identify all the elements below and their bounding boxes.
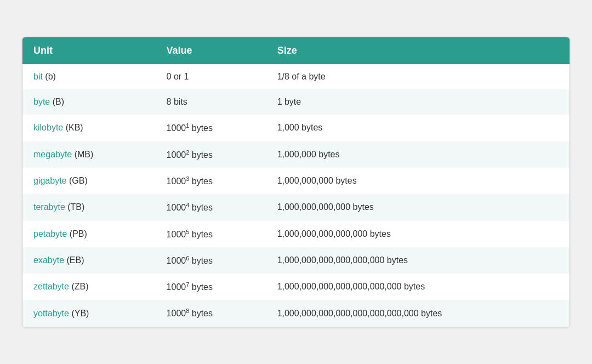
size-cell: 1 byte bbox=[266, 89, 570, 115]
unit-suffix: (KB) bbox=[63, 123, 83, 132]
table-row: bit (b)0 or 11/8 of a byte bbox=[22, 64, 570, 89]
unit-cell: terabyte (TB) bbox=[22, 194, 156, 220]
unit-link[interactable]: yottabyte bbox=[33, 309, 69, 318]
size-cell: 1,000,000,000,000,000 bytes bbox=[266, 221, 570, 247]
header-value: Value bbox=[156, 37, 266, 64]
unit-suffix: (GB) bbox=[67, 176, 88, 185]
table-row: byte (B)8 bits1 byte bbox=[22, 89, 570, 115]
table-header-row: Unit Value Size bbox=[22, 37, 570, 64]
unit-suffix: (EB) bbox=[64, 255, 84, 265]
value-cell: 10002 bytes bbox=[156, 141, 266, 168]
table-row: megabyte (MB)10002 bytes1,000,000 bytes bbox=[22, 141, 570, 168]
size-cell: 1,000,000,000,000,000,000 bytes bbox=[266, 247, 570, 274]
unit-suffix: (PB) bbox=[67, 229, 87, 238]
size-cell: 1/8 of a byte bbox=[266, 64, 570, 89]
main-table-container: Unit Value Size bit (b)0 or 11/8 of a by… bbox=[22, 37, 570, 327]
value-cell: 10005 bytes bbox=[156, 221, 266, 247]
table-row: petabyte (PB)10005 bytes1,000,000,000,00… bbox=[22, 221, 570, 247]
size-cell: 1,000,000,000,000 bytes bbox=[266, 194, 570, 220]
unit-cell: byte (B) bbox=[22, 89, 156, 115]
unit-suffix: (ZB) bbox=[69, 282, 89, 291]
table-row: terabyte (TB)10004 bytes1,000,000,000,00… bbox=[22, 194, 570, 220]
unit-link[interactable]: bit bbox=[33, 72, 43, 81]
unit-cell: yottabyte (YB) bbox=[22, 300, 156, 326]
unit-link[interactable]: megabyte bbox=[33, 150, 72, 159]
unit-suffix: (B) bbox=[50, 97, 64, 106]
header-unit: Unit bbox=[22, 37, 156, 64]
size-cell: 1,000,000,000,000,000,000,000 bytes bbox=[266, 274, 570, 300]
unit-link[interactable]: gigabyte bbox=[33, 176, 67, 185]
unit-cell: exabyte (EB) bbox=[22, 247, 156, 274]
value-cell: 10008 bytes bbox=[156, 300, 266, 326]
size-cell: 1,000 bytes bbox=[266, 115, 570, 141]
size-cell: 1,000,000 bytes bbox=[266, 141, 570, 168]
value-cell: 10004 bytes bbox=[156, 194, 266, 220]
table-row: kilobyte (KB)10001 bytes1,000 bytes bbox=[22, 115, 570, 141]
unit-link[interactable]: byte bbox=[33, 97, 50, 106]
value-cell: 0 or 1 bbox=[156, 64, 266, 89]
table-row: zettabyte (ZB)10007 bytes1,000,000,000,0… bbox=[22, 274, 570, 300]
units-table: Unit Value Size bit (b)0 or 11/8 of a by… bbox=[22, 37, 570, 327]
value-cell: 10003 bytes bbox=[156, 168, 266, 194]
value-cell: 10001 bytes bbox=[156, 115, 266, 141]
table-row: exabyte (EB)10006 bytes1,000,000,000,000… bbox=[22, 247, 570, 274]
unit-suffix: (b) bbox=[43, 72, 56, 81]
unit-link[interactable]: exabyte bbox=[33, 255, 64, 265]
unit-suffix: (MB) bbox=[72, 150, 93, 159]
size-cell: 1,000,000,000,000,000,000,000,000 bytes bbox=[266, 300, 570, 326]
unit-link[interactable]: petabyte bbox=[33, 229, 67, 238]
unit-link[interactable]: zettabyte bbox=[33, 282, 69, 291]
table-row: yottabyte (YB)10008 bytes1,000,000,000,0… bbox=[22, 300, 570, 326]
unit-link[interactable]: terabyte bbox=[33, 202, 65, 212]
unit-suffix: (YB) bbox=[69, 309, 89, 318]
size-cell: 1,000,000,000 bytes bbox=[266, 168, 570, 194]
value-cell: 10006 bytes bbox=[156, 247, 266, 274]
unit-cell: bit (b) bbox=[22, 64, 156, 89]
unit-suffix: (TB) bbox=[65, 202, 85, 212]
table-row: gigabyte (GB)10003 bytes1,000,000,000 by… bbox=[22, 168, 570, 194]
unit-cell: gigabyte (GB) bbox=[22, 168, 156, 194]
unit-cell: zettabyte (ZB) bbox=[22, 274, 156, 300]
unit-link[interactable]: kilobyte bbox=[33, 123, 63, 132]
header-size: Size bbox=[266, 37, 570, 64]
value-cell: 10007 bytes bbox=[156, 274, 266, 300]
unit-cell: megabyte (MB) bbox=[22, 141, 156, 168]
unit-cell: kilobyte (KB) bbox=[22, 115, 156, 141]
unit-cell: petabyte (PB) bbox=[22, 221, 156, 247]
value-cell: 8 bits bbox=[156, 89, 266, 115]
